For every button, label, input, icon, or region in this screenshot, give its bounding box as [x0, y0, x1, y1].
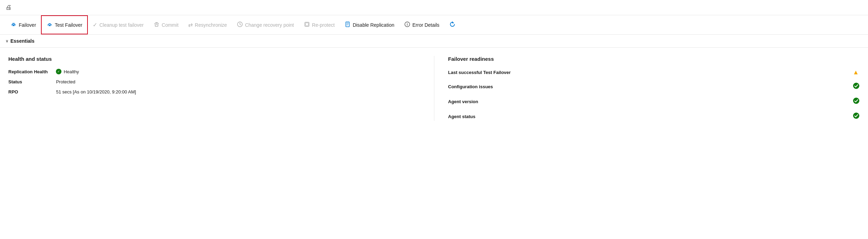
health-status-grid: Replication Health ✓ Healthy Status Prot…	[8, 69, 420, 94]
svg-point-13	[853, 83, 859, 89]
status-value: Protected	[56, 79, 420, 84]
health-status-title: Health and status	[8, 56, 420, 62]
last-test-failover-label: Last successful Test Failover	[448, 70, 845, 75]
commit-button[interactable]: Commit	[149, 15, 183, 34]
svg-rect-2	[49, 25, 51, 26]
agent-status-success-icon	[853, 112, 860, 121]
disable-replication-icon	[344, 21, 351, 29]
change-recovery-point-icon	[237, 21, 243, 29]
resynchronize-icon: ⇄	[188, 22, 193, 28]
refresh-button[interactable]	[444, 15, 460, 34]
rpo-text: 51 secs [As on 10/19/2020, 9:20:00 AM]	[56, 89, 136, 94]
health-status-section: Health and status Replication Health ✓ H…	[8, 56, 420, 121]
toolbar: Failover Test Failover ✓ Cleanup test fa…	[0, 15, 868, 35]
svg-rect-6	[306, 23, 308, 26]
config-issues-success-icon	[853, 82, 860, 91]
cleanup-test-failover-button[interactable]: ✓ Cleanup test failover	[88, 15, 149, 34]
replication-health-value: ✓ Healthy	[56, 69, 420, 74]
section-divider	[434, 56, 434, 121]
failover-button[interactable]: Failover	[6, 15, 41, 34]
refresh-icon	[449, 21, 456, 29]
svg-rect-1	[12, 25, 15, 26]
change-recovery-point-button[interactable]: Change recovery point	[232, 15, 299, 34]
change-recovery-point-label: Change recovery point	[245, 22, 294, 28]
resynchronize-button[interactable]: ⇄ Resynchronize	[183, 15, 232, 34]
error-details-label: Error Details	[412, 22, 440, 28]
svg-point-14	[853, 98, 859, 104]
test-failover-button[interactable]: Test Failover	[41, 15, 88, 34]
cleanup-label: Cleanup test failover	[99, 22, 144, 28]
status-text: Protected	[56, 79, 75, 84]
svg-rect-7	[346, 22, 349, 27]
disable-replication-button[interactable]: Disable Replication	[340, 15, 399, 34]
print-icon[interactable]: 🖨	[6, 4, 12, 11]
error-details-icon: i	[404, 21, 410, 29]
commit-label: Commit	[162, 22, 178, 28]
commit-icon	[153, 21, 160, 29]
config-issues-label: Configuration issues	[448, 84, 845, 89]
disable-replication-label: Disable Replication	[353, 22, 394, 28]
re-protect-icon	[304, 21, 310, 29]
resynchronize-label: Resynchronize	[195, 22, 227, 28]
re-protect-label: Re-protect	[312, 22, 335, 28]
rpo-label: RPO	[8, 89, 48, 94]
main-content: Health and status Replication Health ✓ H…	[0, 48, 868, 129]
essentials-chevron-icon: ∨	[6, 39, 8, 43]
rpo-value: 51 secs [As on 10/19/2020, 9:20:00 AM]	[56, 89, 420, 94]
status-label: Status	[8, 79, 48, 84]
error-details-button[interactable]: i Error Details	[399, 15, 444, 34]
healthy-icon: ✓	[56, 69, 61, 74]
cleanup-icon: ✓	[93, 22, 97, 28]
agent-version-label: Agent version	[448, 99, 845, 104]
failover-readiness-title: Failover readiness	[448, 56, 860, 62]
failover-readiness-section: Failover readiness Last successful Test …	[448, 56, 860, 121]
agent-version-success-icon	[853, 97, 860, 106]
failover-label: Failover	[19, 22, 36, 28]
svg-point-15	[853, 113, 859, 119]
re-protect-button[interactable]: Re-protect	[299, 15, 340, 34]
essentials-label: Essentials	[10, 38, 34, 44]
svg-rect-3	[155, 25, 158, 26]
readiness-grid: Last successful Test Failover ▲ Configur…	[448, 69, 860, 121]
replication-health-text: Healthy	[64, 69, 79, 74]
failover-icon	[10, 21, 17, 29]
top-bar: 🖨	[0, 0, 868, 15]
svg-text:i: i	[407, 23, 408, 26]
agent-status-label: Agent status	[448, 114, 845, 119]
replication-health-label: Replication Health	[8, 69, 48, 74]
last-test-failover-warning-icon: ▲	[853, 69, 860, 76]
test-failover-label: Test Failover	[55, 22, 82, 28]
test-failover-icon	[47, 21, 53, 29]
essentials-header[interactable]: ∨ Essentials	[0, 35, 868, 48]
